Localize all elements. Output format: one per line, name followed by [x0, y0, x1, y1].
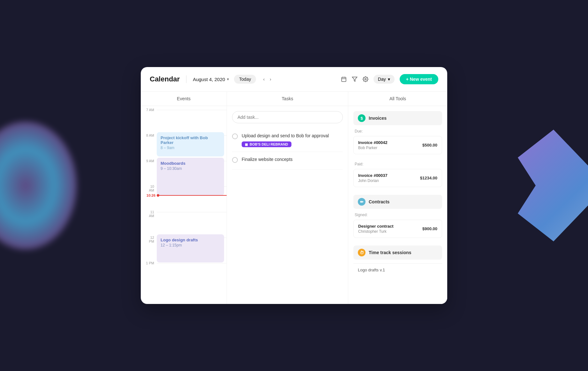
current-time-label: 10:26 — [141, 193, 157, 197]
invoice-00037[interactable]: Invoice #00037 John Dorian $1234.00 — [353, 169, 442, 187]
logo-drafts-item[interactable]: Logo drafts v.1 — [353, 263, 442, 276]
tasks-column: Upload design and send to Bob for approv… — [227, 106, 348, 304]
settings-icon-button[interactable] — [363, 76, 368, 82]
events-col-header: Events — [141, 92, 227, 106]
current-time-indicator: 10:26 — [141, 193, 227, 197]
timetrack-section-header[interactable]: ⏱ Time track sessions — [353, 246, 442, 260]
due-label: Due: — [353, 129, 442, 133]
time-label-10am: 10 AM — [141, 183, 157, 192]
separator — [353, 190, 442, 195]
bg-blob-left — [0, 122, 77, 249]
signed-label: Signed: — [353, 213, 442, 217]
add-task-input[interactable] — [232, 111, 343, 123]
invoice-00037-name: Invoice #00037 — [358, 173, 420, 178]
tools-col-header: All Tools — [348, 92, 447, 106]
timetrack-icon: ⏱ — [358, 249, 366, 256]
event-project-kickoff[interactable]: Project kickoff with Bob Parker 8 – 9am — [157, 132, 224, 156]
nav-buttons: ‹ › — [261, 75, 273, 83]
event-time: 12 – 1:15pm — [161, 243, 220, 247]
time-line — [157, 263, 227, 263]
timetrack-label: Time track sessions — [369, 250, 411, 255]
invoice-00037-amount: $1234.00 — [420, 176, 437, 180]
column-headers: Events Tasks All Tools — [141, 92, 447, 106]
paid-label: Paid: — [353, 162, 442, 166]
svg-marker-4 — [352, 77, 357, 81]
separator — [353, 241, 442, 246]
task-checkbox-1[interactable] — [232, 133, 238, 139]
designer-contract-amount: $900.00 — [422, 226, 437, 231]
next-button[interactable]: › — [268, 75, 273, 83]
bg-blob-right — [518, 130, 588, 241]
chevron-down-icon: ▾ — [227, 77, 229, 81]
content-area: 7 AM 8 AM 9 AM 10 AM 11 AM 12 PM — [141, 106, 447, 304]
task-item-2: Finalize website concepts — [232, 152, 343, 170]
svg-point-5 — [365, 79, 366, 80]
tools-column: $ Invoices Due: Invoice #00042 Bob Parke… — [348, 106, 447, 304]
time-slot-1pm: 1 PM — [141, 259, 227, 285]
contracts-label: Contracts — [369, 199, 389, 204]
designer-contract[interactable]: Designer contract Christopher Turk $900.… — [353, 220, 442, 238]
contracts-icon: ✏ — [358, 198, 366, 206]
time-label-8am: 8 AM — [141, 132, 157, 137]
time-label-11am: 11 AM — [141, 208, 157, 218]
header-divider — [186, 75, 186, 83]
separator — [353, 157, 442, 162]
invoice-00042-name: Invoice #00042 — [358, 140, 422, 145]
invoices-section-header[interactable]: $ Invoices — [353, 111, 442, 125]
svg-rect-0 — [342, 77, 346, 82]
app-title: Calendar — [150, 75, 180, 83]
time-label-7am: 7 AM — [141, 106, 157, 112]
current-date: August 4, 2020 — [193, 77, 225, 82]
designer-contract-name: Designer contract — [358, 224, 422, 229]
task-content-2: Finalize website concepts — [242, 156, 343, 165]
filter-icon-button[interactable] — [352, 76, 358, 82]
tasks-col-header: Tasks — [227, 92, 348, 106]
time-slot-7am: 7 AM — [141, 106, 227, 132]
invoices-label: Invoices — [369, 116, 387, 121]
invoices-due-subsection: Due: Invoice #00042 Bob Parker $500.00 — [353, 129, 442, 154]
current-time-dot — [157, 194, 159, 197]
task-item-1: Upload design and send to Bob for approv… — [232, 128, 343, 152]
time-label-9am: 9 AM — [141, 157, 157, 163]
contracts-signed-subsection: Signed: Designer contract Christopher Tu… — [353, 213, 442, 238]
time-slot-11am: 11 AM — [141, 208, 227, 234]
tag-icon: ▦ — [245, 143, 248, 146]
contracts-section-header[interactable]: ✏ Contracts — [353, 195, 442, 209]
day-selector-button[interactable]: Day ▾ — [373, 75, 395, 84]
events-column: 7 AM 8 AM 9 AM 10 AM 11 AM 12 PM — [141, 106, 227, 304]
main-card: Calendar August 4, 2020 ▾ Today ‹ › Day … — [141, 67, 447, 304]
new-event-button[interactable]: + New event — [400, 74, 438, 84]
date-selector[interactable]: August 4, 2020 ▾ — [193, 77, 229, 82]
header-icons: Day ▾ + New event — [341, 74, 438, 84]
invoice-00042-client: Bob Parker — [358, 146, 422, 150]
time-label-12pm: 12 PM — [141, 234, 157, 243]
event-moodboards[interactable]: Moodboards 9 – 10:30am — [157, 158, 224, 195]
task-tag-1[interactable]: ▦ BOB'S DELI REBRAND — [242, 141, 291, 147]
designer-contract-client: Christopher Turk — [358, 229, 422, 234]
task-checkbox-2[interactable] — [232, 157, 238, 163]
calendar-icon-button[interactable] — [341, 76, 347, 82]
prev-button[interactable]: ‹ — [261, 75, 267, 83]
event-title: Project kickoff with Bob Parker — [161, 135, 220, 145]
invoices-icon: $ — [358, 114, 366, 122]
event-title: Logo design drafts — [161, 238, 220, 242]
tag-label: BOB'S DELI REBRAND — [250, 142, 288, 146]
current-time-line — [159, 195, 227, 196]
event-time: 8 – 9am — [161, 146, 220, 150]
event-logo-drafts[interactable]: Logo design drafts 12 – 1:15pm — [157, 234, 224, 262]
event-title: Moodboards — [161, 161, 220, 166]
time-label-1pm: 1 PM — [141, 259, 157, 265]
time-line — [157, 110, 227, 110]
invoice-00042[interactable]: Invoice #00042 Bob Parker $500.00 — [353, 136, 442, 154]
today-button[interactable]: Today — [234, 75, 256, 84]
invoice-00037-client: John Dorian — [358, 178, 420, 183]
event-time: 9 – 10:30am — [161, 166, 220, 171]
invoices-paid-subsection: Paid: Invoice #00037 John Dorian $1234.0… — [353, 162, 442, 187]
header: Calendar August 4, 2020 ▾ Today ‹ › Day … — [141, 67, 447, 92]
time-line — [157, 212, 227, 212]
task-title-1: Upload design and send to Bob for approv… — [242, 133, 343, 139]
day-label: Day — [378, 77, 386, 82]
task-title-2: Finalize website concepts — [242, 156, 343, 163]
invoice-00042-amount: $500.00 — [422, 143, 437, 148]
task-content-1: Upload design and send to Bob for approv… — [242, 133, 343, 147]
